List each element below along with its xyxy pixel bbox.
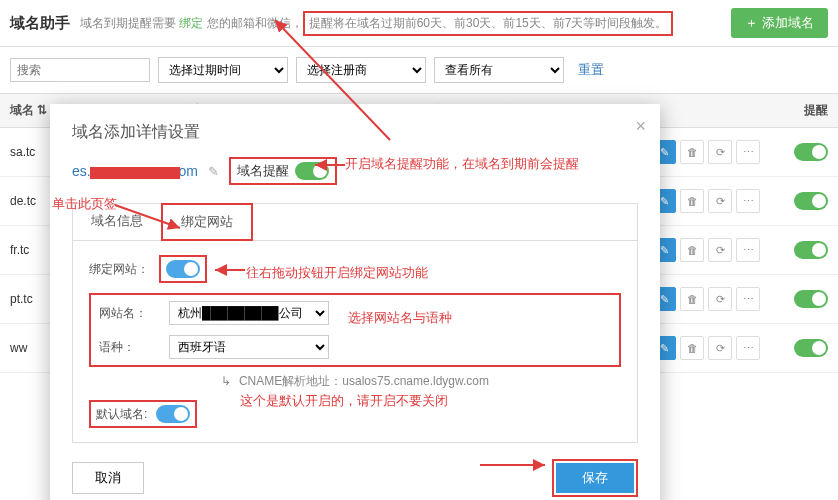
bind-site-label: 绑定网站： <box>89 261 159 278</box>
save-button[interactable]: 保存 <box>556 463 634 493</box>
bind-site-row: 绑定网站： <box>89 255 621 283</box>
site-name-select[interactable]: 杭州█████████公司 <box>169 301 329 325</box>
cancel-button[interactable]: 取消 <box>72 462 144 494</box>
remind-toggle[interactable] <box>794 241 828 259</box>
refresh-icon[interactable]: ⟳ <box>708 140 732 164</box>
remind-label: 域名提醒 <box>237 162 289 180</box>
delete-icon[interactable]: 🗑 <box>680 189 704 213</box>
remind-toggle[interactable] <box>295 162 329 180</box>
domain-row: es.xxxxxxxxxxx.com ✎ 域名提醒 <box>72 157 638 185</box>
arrow-icon: ↳ <box>221 374 231 388</box>
domain-settings-modal: × 域名添加详情设置 es.xxxxxxxxxxx.com ✎ 域名提醒 域名信… <box>50 104 660 500</box>
remind-toggle[interactable] <box>794 143 828 161</box>
site-name-label: 网站名： <box>99 305 169 322</box>
app-title: 域名助手 <box>10 14 70 33</box>
more-icon[interactable]: ⋯ <box>736 189 760 213</box>
registrar-select[interactable]: 选择注册商 <box>296 57 426 83</box>
add-domain-button[interactable]: ＋ 添加域名 <box>731 8 828 38</box>
panel-bind-site: 绑定网站： 网站名： 杭州█████████公司 语种： 西班牙语 ↳CNAME… <box>72 240 638 443</box>
site-lang-box: 网站名： 杭州█████████公司 语种： 西班牙语 <box>89 293 621 367</box>
default-toggle[interactable] <box>156 405 190 423</box>
refresh-icon[interactable]: ⟳ <box>708 287 732 311</box>
bind-link[interactable]: 绑定 <box>179 16 203 30</box>
th-remind: 提醒 <box>778 102 828 119</box>
close-icon[interactable]: × <box>635 116 646 137</box>
search-input[interactable] <box>10 58 150 82</box>
lang-label: 语种： <box>99 339 169 356</box>
cname-row: ↳CNAME解析地址：usalos75.cname.ldygw.com <box>89 373 621 390</box>
delete-icon[interactable]: 🗑 <box>680 238 704 262</box>
bind-site-toggle[interactable] <box>166 260 200 278</box>
expire-select[interactable]: 选择过期时间 <box>158 57 288 83</box>
default-box: 默认域名: <box>89 400 197 428</box>
delete-icon[interactable]: 🗑 <box>680 287 704 311</box>
view-all-select[interactable]: 查看所有 <box>434 57 564 83</box>
delete-icon[interactable]: 🗑 <box>680 140 704 164</box>
more-icon[interactable]: ⋯ <box>736 287 760 311</box>
site-name-row: 网站名： 杭州█████████公司 <box>99 301 611 325</box>
bind-toggle-box <box>159 255 207 283</box>
default-domain-row: 默认域名: <box>89 400 621 428</box>
reset-link[interactable]: 重置 <box>578 61 604 79</box>
lang-select[interactable]: 西班牙语 <box>169 335 329 359</box>
header-desc: 域名到期提醒需要 绑定 您的邮箱和微信，提醒将在域名过期前60天、前30天、前1… <box>80 11 673 36</box>
delete-icon[interactable]: 🗑 <box>680 336 704 360</box>
tab-domain-info[interactable]: 域名信息 <box>73 204 162 240</box>
desc-prefix: 域名到期提醒需要 <box>80 16 179 30</box>
remind-box: 域名提醒 <box>229 157 337 185</box>
refresh-icon[interactable]: ⟳ <box>708 336 732 360</box>
modal-footer: 取消 保存 <box>72 459 638 497</box>
refresh-icon[interactable]: ⟳ <box>708 189 732 213</box>
lang-row: 语种： 西班牙语 <box>99 335 611 359</box>
refresh-icon[interactable]: ⟳ <box>708 238 732 262</box>
remind-toggle[interactable] <box>794 192 828 210</box>
pencil-icon[interactable]: ✎ <box>208 164 219 179</box>
default-label: 默认域名: <box>96 406 156 423</box>
remind-toggle[interactable] <box>794 339 828 357</box>
more-icon[interactable]: ⋯ <box>736 238 760 262</box>
tabs: 域名信息 绑定网站 <box>72 203 638 240</box>
domain-prefix: es. <box>72 163 91 179</box>
header-highlight-box: 提醒将在域名过期前60天、前30天、前15天、前7天等时间段触发。 <box>303 11 674 36</box>
desc-mid: 您的邮箱和微信， <box>203 16 302 30</box>
header-bar: 域名助手 域名到期提醒需要 绑定 您的邮箱和微信，提醒将在域名过期前60天、前3… <box>0 0 838 47</box>
tab-bind-site[interactable]: 绑定网站 <box>161 203 253 241</box>
remind-toggle[interactable] <box>794 290 828 308</box>
cname-text: CNAME解析地址：usalos75.cname.ldygw.com <box>239 374 489 388</box>
filter-row: 选择过期时间 选择注册商 查看所有 重置 <box>0 47 838 93</box>
modal-title: 域名添加详情设置 <box>72 122 638 143</box>
more-icon[interactable]: ⋯ <box>736 336 760 360</box>
redaction <box>90 167 180 179</box>
more-icon[interactable]: ⋯ <box>736 140 760 164</box>
domain-name: es.xxxxxxxxxxx.com <box>72 163 198 179</box>
save-box: 保存 <box>552 459 638 497</box>
